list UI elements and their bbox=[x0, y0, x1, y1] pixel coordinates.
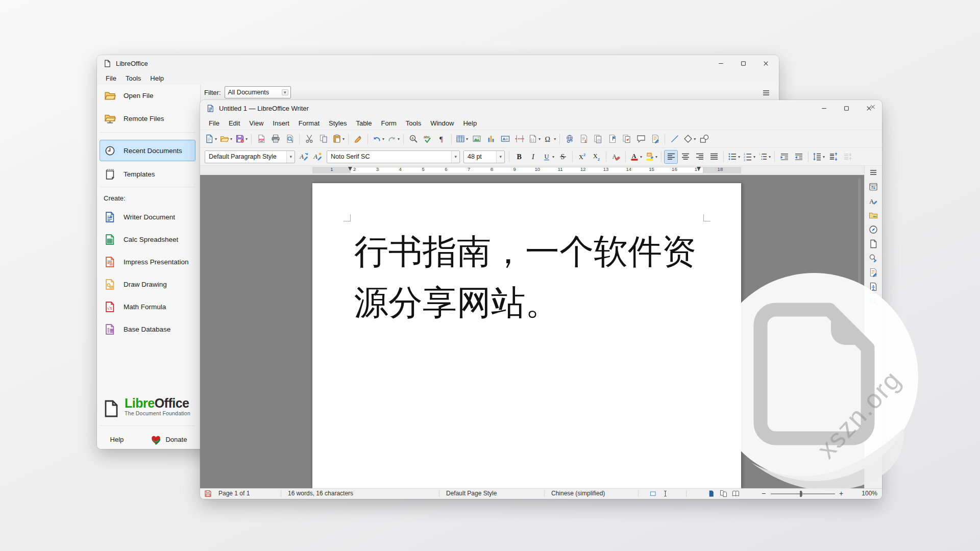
export-pdf-button[interactable]: PDF bbox=[254, 132, 268, 146]
start-minimize-button[interactable] bbox=[709, 55, 732, 71]
insert-special-character-button[interactable]: Ω ▾ bbox=[542, 132, 557, 146]
insert-endnote-button[interactable]: (i) bbox=[591, 132, 605, 146]
dropdown-arrow-icon[interactable]: ▾ bbox=[552, 155, 554, 159]
properties-tab[interactable] bbox=[867, 182, 880, 192]
menu-item[interactable]: File bbox=[204, 118, 224, 128]
vertical-scrollbar[interactable] bbox=[858, 178, 861, 323]
menu-item[interactable]: Format bbox=[294, 118, 324, 128]
align-justify-button[interactable] bbox=[707, 150, 721, 164]
dropdown-arrow-icon[interactable]: ▾ bbox=[342, 137, 345, 141]
sidebar-settings-tab[interactable] bbox=[867, 167, 880, 178]
formatting-marks-button[interactable]: ¶ bbox=[435, 132, 449, 146]
horizontal-ruler[interactable]: 123456789101112131415161718 bbox=[200, 166, 864, 175]
start-close-button[interactable] bbox=[754, 55, 777, 71]
outline-list-button[interactable]: 1 ▾ bbox=[757, 150, 772, 164]
single-page-view-button[interactable] bbox=[706, 489, 716, 498]
italic-button[interactable]: I bbox=[526, 150, 540, 164]
decrease-paragraph-spacing-button[interactable] bbox=[841, 150, 854, 164]
dropdown-arrow-icon[interactable]: ▾ bbox=[769, 155, 771, 159]
dropdown-arrow-icon[interactable]: ▾ bbox=[753, 155, 755, 159]
dropdown-arrow-icon[interactable]: ▾ bbox=[466, 137, 468, 141]
undo-button[interactable]: ▾ bbox=[371, 132, 385, 146]
dropdown-arrow-icon[interactable]: ▾ bbox=[694, 137, 696, 141]
align-right-button[interactable] bbox=[693, 150, 706, 164]
help-button[interactable]: Help bbox=[110, 436, 124, 443]
accessibility-check-tab[interactable] bbox=[867, 282, 880, 292]
create-math-formula[interactable]: √x Math Formula bbox=[100, 296, 195, 317]
copy-button[interactable] bbox=[316, 132, 330, 146]
sidebar-item-recent-documents[interactable]: Recent Documents bbox=[100, 140, 195, 161]
dropdown-arrow-icon[interactable]: ▾ bbox=[823, 155, 825, 159]
find-tab[interactable] bbox=[867, 296, 880, 306]
insert-hyperlink-button[interactable] bbox=[562, 132, 576, 146]
sidebar-item-remote-files[interactable]: Remote Files bbox=[100, 108, 195, 129]
font-color-button[interactable]: A ▾ bbox=[628, 150, 643, 164]
dropdown-arrow-icon[interactable]: ▾ bbox=[738, 155, 740, 159]
menu-item[interactable]: Window bbox=[426, 118, 458, 128]
align-center-button[interactable] bbox=[678, 150, 692, 164]
dropdown-arrow-icon[interactable]: ▾ bbox=[215, 137, 217, 141]
document-text-line[interactable]: 行书指南，一个软件资 bbox=[354, 226, 696, 277]
zoom-level[interactable]: 100% bbox=[862, 490, 877, 497]
clear-formatting-button[interactable]: A bbox=[609, 150, 623, 164]
style-inspector-tab[interactable] bbox=[867, 253, 880, 263]
font-size-combobox[interactable]: 48 pt ▾ bbox=[463, 151, 505, 163]
menu-item[interactable]: Styles bbox=[324, 118, 351, 128]
superscript-button[interactable]: X2 bbox=[575, 150, 589, 164]
navigator-tab[interactable] bbox=[867, 224, 880, 235]
spelling-button[interactable]: abc bbox=[421, 132, 434, 146]
dropdown-arrow-icon[interactable]: ▾ bbox=[230, 137, 232, 141]
dropdown-arrow-icon[interactable]: ▾ bbox=[554, 137, 556, 141]
bullet-list-button[interactable]: ▾ bbox=[726, 150, 741, 164]
dropdown-arrow-icon[interactable]: ▾ bbox=[538, 137, 541, 141]
book-view-button[interactable] bbox=[731, 489, 740, 498]
create-writer-document[interactable]: Writer Document bbox=[100, 206, 195, 228]
page-tab[interactable] bbox=[867, 239, 880, 249]
multi-page-view-button[interactable] bbox=[719, 489, 728, 498]
dropdown-arrow-icon[interactable]: ▾ bbox=[246, 137, 248, 141]
menu-item[interactable]: Help bbox=[458, 118, 481, 128]
open-button[interactable]: ▾ bbox=[218, 132, 233, 146]
numbered-list-button[interactable]: 123 ▾ bbox=[742, 150, 756, 164]
insert-cross-reference-button[interactable] bbox=[620, 132, 633, 146]
page[interactable]: 行书指南，一个软件资 源分享网站。 bbox=[312, 183, 741, 488]
dropdown-arrow-icon[interactable]: ▾ bbox=[382, 137, 384, 141]
align-left-button[interactable] bbox=[664, 150, 678, 164]
insert-image-button[interactable] bbox=[470, 132, 483, 146]
menu-item[interactable]: Tools bbox=[401, 118, 426, 128]
insert-chart-button[interactable] bbox=[484, 132, 498, 146]
insert-bookmark-button[interactable] bbox=[605, 132, 619, 146]
create-calc-spreadsheet[interactable]: Calc Spreadsheet bbox=[100, 229, 195, 250]
print-button[interactable] bbox=[268, 132, 282, 146]
bold-button[interactable]: B bbox=[512, 150, 526, 164]
menu-item[interactable]: Help bbox=[145, 73, 168, 83]
print-preview-button[interactable] bbox=[283, 132, 297, 146]
find-replace-button[interactable]: a bbox=[406, 132, 420, 146]
increase-paragraph-spacing-button[interactable] bbox=[826, 150, 840, 164]
decrease-indent-button[interactable] bbox=[792, 150, 805, 164]
filter-dropdown[interactable]: All Documents ▾ bbox=[225, 86, 291, 98]
strikethrough-button[interactable]: S bbox=[556, 150, 570, 164]
dropdown-arrow-icon[interactable]: ▾ bbox=[640, 155, 642, 159]
subscript-button[interactable]: X2 bbox=[590, 150, 603, 164]
line-spacing-button[interactable]: ▾ bbox=[811, 150, 826, 164]
gallery-tab[interactable] bbox=[867, 210, 880, 220]
font-name-combobox[interactable]: Noto Serif SC ▾ bbox=[327, 151, 460, 163]
chevron-down-icon[interactable]: ▾ bbox=[286, 151, 295, 163]
insert-line-button[interactable] bbox=[668, 132, 681, 146]
start-maximize-button[interactable] bbox=[732, 55, 754, 71]
create-base-database[interactable]: Base Database bbox=[100, 318, 195, 340]
insert-text-box-button[interactable]: A bbox=[498, 132, 512, 146]
document-area[interactable]: 行书指南，一个软件资 源分享网站。 bbox=[200, 175, 864, 488]
dropdown-arrow-icon[interactable]: ▾ bbox=[655, 155, 657, 159]
close-document-button[interactable] bbox=[869, 103, 877, 111]
update-style-button[interactable]: A bbox=[297, 150, 311, 164]
donate-button[interactable]: Donate bbox=[150, 433, 187, 446]
create-impress-presentation[interactable]: Impress Presentation bbox=[100, 251, 195, 272]
selection-mode-indicator[interactable] bbox=[649, 489, 658, 499]
zoom-out-button[interactable]: − bbox=[762, 489, 766, 498]
chevron-down-icon[interactable]: ▾ bbox=[451, 151, 459, 163]
word-count-status[interactable]: 16 words, 16 characters bbox=[288, 490, 353, 497]
increase-indent-button[interactable] bbox=[777, 150, 791, 164]
right-indent-marker[interactable] bbox=[697, 167, 701, 171]
